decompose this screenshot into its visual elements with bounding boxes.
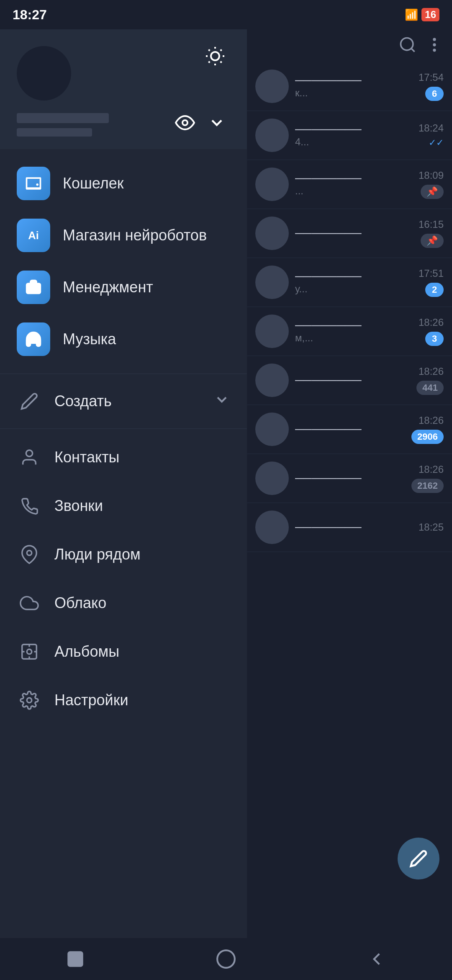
chat-preview: у... (295, 283, 419, 295)
list-item[interactable]: ──────── м,... 18:26 3 (247, 307, 452, 356)
chat-name: ──────── (295, 270, 419, 283)
sidebar-item-ai-store[interactable]: Ai Магазин нейроботов (0, 209, 247, 261)
chat-info: ──────── (295, 521, 419, 534)
chat-name: ──────── (295, 227, 419, 240)
chat-list: ──────── к... 17:54 6 ──────── 4... 18:2… (247, 62, 452, 552)
list-item[interactable]: ──────── 18:25 (247, 503, 452, 552)
chat-meta: 18:25 (419, 521, 444, 533)
status-bar: 18:27 📶 16 (0, 0, 452, 29)
avatar (255, 364, 289, 397)
svg-point-22 (433, 43, 436, 46)
avatar (255, 168, 289, 201)
sidebar-item-albums[interactable]: Альбомы (0, 627, 247, 676)
chat-name: ──────── (295, 521, 419, 534)
create-section: Создать (0, 374, 247, 429)
nav-home-button[interactable] (211, 944, 241, 974)
list-item[interactable]: ──────── 18:26 441 (247, 356, 452, 405)
avatar (255, 511, 289, 544)
contacts-person-icon (17, 445, 42, 470)
nav-bar (0, 938, 452, 980)
status-time: 18:27 (13, 7, 47, 23)
list-item[interactable]: ──────── 16:15 📌 (247, 209, 452, 258)
chat-time: 18:26 (419, 464, 444, 475)
chat-time: 18:24 (419, 122, 444, 134)
ai-store-icon: Ai (17, 219, 50, 252)
chat-meta: 17:54 6 (419, 72, 444, 101)
avatar (255, 70, 289, 103)
list-item[interactable]: ──────── ... 18:09 📌 (247, 160, 452, 209)
main-container: Кошелек Ai Магазин нейроботов (0, 29, 452, 938)
brightness-icon[interactable] (205, 46, 226, 67)
chat-header (247, 29, 452, 62)
list-item[interactable]: ──────── 18:26 2906 (247, 405, 452, 454)
chat-meta: 18:26 2162 (411, 464, 444, 493)
list-item[interactable]: ──────── к... 17:54 6 (247, 62, 452, 111)
profile-chevron-down-icon[interactable] (208, 113, 226, 136)
svg-line-7 (208, 62, 210, 63)
eye-icon[interactable] (175, 113, 195, 137)
chat-name: ──────── (295, 74, 419, 87)
signal-icon: 📶 (405, 8, 418, 21)
avatar (255, 315, 289, 348)
chat-info: ──────── (295, 227, 419, 240)
chat-badge: 2906 (411, 430, 444, 444)
settings-label: Настройки (54, 691, 128, 709)
list-item[interactable]: ──────── 4... 18:24 ✓✓ (247, 111, 452, 160)
cloud-label: Облако (54, 594, 106, 612)
sidebar-item-calls[interactable]: Звонки (0, 482, 247, 530)
chat-info: ──────── у... (295, 270, 419, 295)
compose-button[interactable] (398, 838, 439, 879)
svg-point-23 (433, 49, 436, 52)
svg-line-20 (411, 49, 415, 52)
sidebar-item-cloud[interactable]: Облако (0, 579, 247, 627)
search-icon[interactable] (398, 36, 417, 56)
svg-point-19 (401, 38, 413, 50)
wallet-icon (17, 167, 50, 200)
sidebar-item-create[interactable]: Создать (0, 378, 247, 424)
nav-back-button[interactable] (362, 944, 391, 974)
sidebar-item-management[interactable]: Менеджмент (0, 261, 247, 313)
cloud-icon (17, 591, 42, 616)
chat-badge: 2 (425, 283, 444, 297)
music-icon (17, 322, 50, 356)
chat-info: ──────── 4... (295, 123, 419, 148)
sidebar-item-wallet[interactable]: Кошелек (0, 157, 247, 209)
pin-icon: 📌 (421, 234, 444, 248)
sidebar-item-contacts[interactable]: Контакты (0, 433, 247, 482)
chat-meta: 18:26 3 (419, 317, 444, 346)
svg-line-4 (221, 62, 222, 63)
music-label: Музыка (63, 330, 116, 348)
chat-preview: ... (295, 185, 419, 197)
battery-indicator: 16 (421, 8, 439, 21)
sidebar-item-settings[interactable]: Настройки (0, 676, 247, 725)
chat-time: 18:25 (419, 521, 444, 533)
chat-preview: к... (295, 87, 419, 99)
list-item[interactable]: ──────── 18:26 2162 (247, 454, 452, 503)
more-icon[interactable] (425, 36, 444, 56)
sidebar-item-nearby[interactable]: Люди рядом (0, 530, 247, 579)
chat-badge: 2162 (411, 479, 444, 493)
settings-gear-icon (17, 688, 42, 713)
double-check-icon: ✓✓ (429, 137, 444, 148)
chat-meta: 16:15 📌 (419, 219, 444, 248)
nearby-location-icon (17, 542, 42, 567)
chat-name: ──────── (295, 374, 416, 387)
svg-point-18 (27, 698, 32, 703)
chat-badge: 6 (425, 87, 444, 101)
chat-info: ──────── м,... (295, 319, 419, 344)
ai-store-label: Магазин нейроботов (63, 227, 207, 244)
contacts-label: Контакты (54, 449, 120, 466)
nav-square-button[interactable] (61, 944, 90, 974)
svg-point-17 (27, 649, 32, 654)
calls-label: Звонки (54, 497, 103, 515)
list-item[interactable]: ──────── у... 17:51 2 (247, 258, 452, 307)
chat-meta: 18:26 441 (416, 366, 444, 395)
sidebar-item-music[interactable]: Музыка (0, 313, 247, 365)
sidebar: Кошелек Ai Магазин нейроботов (0, 29, 247, 938)
svg-line-8 (221, 49, 222, 51)
svg-point-0 (211, 52, 219, 60)
create-pencil-icon (17, 389, 42, 414)
chat-badge: 441 (416, 381, 444, 395)
avatar (255, 217, 289, 250)
svg-text:Ai: Ai (28, 230, 39, 241)
